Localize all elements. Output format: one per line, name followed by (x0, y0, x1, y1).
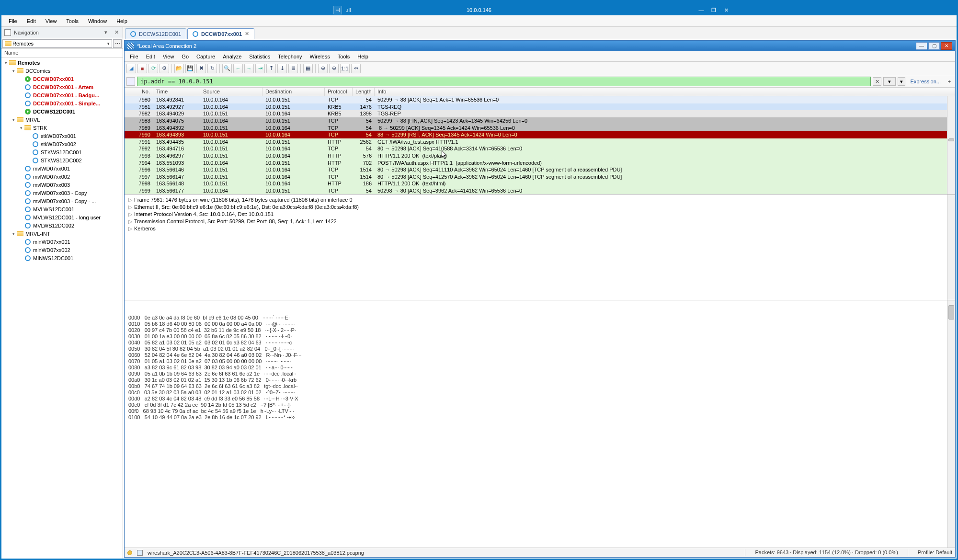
tb-close-icon[interactable]: ✖ (196, 64, 206, 73)
column-header[interactable]: Info (375, 88, 955, 96)
tb-restart-icon[interactable]: ⟳ (148, 64, 158, 73)
packet-list-header[interactable]: No.TimeSourceDestinationProtocolLengthIn… (125, 88, 955, 96)
tb-open-icon[interactable]: 📂 (174, 64, 184, 73)
column-header[interactable]: Source (200, 88, 262, 96)
tree-item[interactable]: DCCWD07xx001 - Artem (1, 83, 123, 91)
tree-item[interactable]: ▾STRK (1, 124, 123, 132)
packet-row[interactable]: 7981163.49292710.0.0.16410.0.0.151KRB514… (125, 103, 955, 111)
tree-item[interactable]: DCCWD07xx001 (1, 75, 123, 83)
tb-options-icon[interactable]: ⚙ (160, 64, 169, 73)
tb-zoomin-icon[interactable]: ⊕ (318, 64, 328, 73)
ws-menu-wireless[interactable]: Wireless (307, 52, 333, 61)
expert-info-icon[interactable] (127, 550, 132, 555)
menu-edit[interactable]: Edit (23, 16, 40, 26)
packet-row[interactable]: 7982163.49402910.0.0.15110.0.0.164KRB513… (125, 110, 955, 117)
session-tab[interactable]: DCCWS12DC001 (125, 28, 186, 39)
packet-row[interactable]: 7989163.49439210.0.0.15110.0.0.164TCP54 … (125, 124, 955, 131)
tree-item[interactable]: minWD07xx002 (1, 246, 123, 254)
tree-item[interactable]: mvlWD07xx002 (1, 172, 123, 181)
filter-bookmark-icon[interactable] (126, 77, 135, 86)
ws-menu-help[interactable]: Help (354, 52, 372, 61)
packet-bytes-pane[interactable]: 0000 0e a3 0c a4 da f8 0e 60 bf c9 e6 1e… (125, 300, 955, 548)
tree-item[interactable]: stkWD07xx001 (1, 132, 123, 140)
tree-item[interactable]: mvlWD07xx003 - Copy (1, 189, 123, 197)
expand-icon[interactable]: ▾ (11, 231, 16, 236)
tb-next-icon[interactable]: → (244, 64, 254, 73)
ws-menu-analyze[interactable]: Analyze (219, 52, 245, 61)
detail-line[interactable]: ▷Ethernet II, Src: 0e:60:bf:c9:e6:1e (0e… (128, 204, 951, 211)
expand-icon[interactable]: ▾ (19, 126, 24, 130)
tree-item[interactable]: MVLWS12DC001 - long user (1, 213, 123, 221)
ws-menu-file[interactable]: File (126, 52, 142, 61)
tb-first-icon[interactable]: ⤒ (266, 64, 276, 73)
tb-find-icon[interactable]: 🔍 (222, 64, 232, 73)
details-scrollbar[interactable] (947, 195, 955, 300)
nav-scope-combo[interactable]: Remotes ▾ (2, 39, 112, 48)
expand-tri-icon[interactable]: ▷ (128, 204, 134, 211)
ws-menu-capture[interactable]: Capture (193, 52, 218, 61)
tb-prev-icon[interactable]: ← (233, 64, 243, 73)
tree-item[interactable]: stkWD07xx002 (1, 140, 123, 148)
expand-icon[interactable]: ▾ (3, 60, 9, 65)
packet-row[interactable]: 7980163.49284110.0.0.16410.0.0.151TCP545… (125, 96, 955, 103)
hex-scrollbar[interactable] (947, 300, 955, 548)
detail-line[interactable]: ▷Frame 7981: 1476 bytes on wire (11808 b… (128, 196, 951, 204)
tb-autoscroll-icon[interactable]: ≣ (288, 64, 298, 73)
packet-row[interactable]: 7996163.56614610.0.0.15110.0.0.164TCP151… (125, 166, 955, 173)
expand-icon[interactable]: ▾ (11, 117, 16, 122)
menu-file[interactable]: File (4, 16, 22, 26)
expand-tri-icon[interactable]: ▷ (128, 211, 134, 218)
tree-item[interactable]: mvlWD07xx003 (1, 181, 123, 189)
ws-close-icon[interactable]: ✕ (941, 42, 952, 50)
packet-row[interactable]: 7997163.56614710.0.0.15110.0.0.164TCP151… (125, 173, 955, 181)
display-filter-input[interactable] (137, 77, 871, 86)
rdp-restore-icon[interactable]: ❐ (708, 6, 719, 14)
ws-menu-tools[interactable]: Tools (334, 52, 354, 61)
tree-item[interactable]: DCCWD07xx001 - Badgu... (1, 91, 123, 99)
packet-row[interactable]: 7999163.56617710.0.0.16410.0.0.151TCP545… (125, 187, 955, 194)
capture-file-props-icon[interactable] (137, 550, 143, 556)
tree-item[interactable]: MVLWS12DC001 (1, 205, 123, 213)
nav-pin-icon[interactable]: ▾ (103, 29, 109, 35)
tree-item[interactable]: ▾MRVL-INT (1, 229, 123, 238)
rdp-close-icon[interactable]: ✕ (721, 6, 731, 14)
column-header[interactable]: Length (353, 88, 375, 96)
filter-clear-icon[interactable]: ✕ (873, 77, 881, 86)
tree-item[interactable]: mvlWD07xx003 - Copy - ... (1, 197, 123, 205)
filter-expression-button[interactable]: Expression... (907, 79, 944, 84)
detail-line[interactable]: ▷Internet Protocol Version 4, Src: 10.0.… (128, 211, 951, 218)
tb-stop-icon[interactable]: ■ (137, 64, 147, 73)
expand-tri-icon[interactable]: ▷ (128, 218, 134, 225)
tree-item[interactable]: DCCWD07xx001 - Simple... (1, 99, 123, 107)
tb-save-icon[interactable]: 💾 (185, 64, 195, 73)
nav-column-header[interactable]: Name (1, 49, 123, 57)
menu-tools[interactable]: Tools (62, 16, 83, 26)
tree-item[interactable]: ▾DCComics (1, 67, 123, 75)
tb-start-icon[interactable]: ◢ (126, 64, 136, 73)
packet-row[interactable]: 7998163.56614810.0.0.15110.0.0.164HTTP18… (125, 180, 955, 187)
expand-icon[interactable]: ▾ (11, 69, 16, 73)
packet-row[interactable]: 7983163.49407510.0.0.16410.0.0.151TCP545… (125, 117, 955, 125)
rdp-pin-icon[interactable]: ⊣ (333, 6, 342, 14)
tree-item[interactable]: ▾Remotes (1, 58, 123, 67)
packet-row[interactable]: 7990163.49439310.0.0.15110.0.0.164TCP548… (125, 131, 955, 138)
menu-help[interactable]: Help (112, 16, 132, 26)
packet-row[interactable]: 7991163.49443510.0.0.16410.0.0.151HTTP25… (125, 138, 955, 146)
nav-close-icon[interactable]: ✕ (113, 29, 120, 35)
rdp-minimize-icon[interactable]: — (696, 6, 707, 14)
tree-item[interactable]: ▾MRVL (1, 115, 123, 124)
tab-close-icon[interactable]: ✕ (245, 31, 249, 37)
tree-item[interactable]: DCCWS12DC001 (1, 107, 123, 115)
ws-menu-statistics[interactable]: Statistics (246, 52, 274, 61)
column-header[interactable]: No. (125, 88, 153, 96)
session-tab[interactable]: DCCWD07xx001✕ (187, 28, 254, 39)
packet-list-body[interactable]: 7980163.49284110.0.0.16410.0.0.151TCP545… (125, 96, 955, 194)
ws-minimize-icon[interactable]: — (916, 42, 927, 50)
tb-reload-icon[interactable]: ↻ (207, 64, 217, 73)
tb-goto-icon[interactable]: ⇥ (255, 64, 265, 73)
tb-resize-cols-icon[interactable]: ⇔ (351, 64, 361, 73)
tree-item[interactable]: MINWS12DC001 (1, 254, 123, 262)
tb-last-icon[interactable]: ⤓ (277, 64, 287, 73)
packet-row[interactable]: 7994163.55109310.0.0.16410.0.0.151HTTP70… (125, 159, 955, 166)
ws-menu-telephony[interactable]: Telephony (274, 52, 305, 61)
